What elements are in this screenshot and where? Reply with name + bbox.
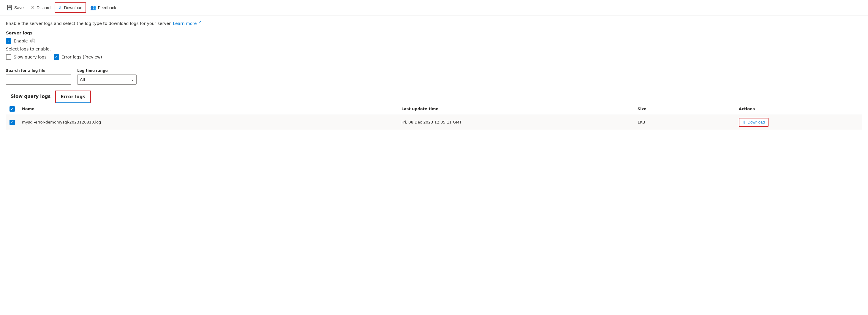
server-logs-title: Server logs <box>6 31 862 35</box>
table-body: ✓ mysql-error-demomysql-2023120810.log F… <box>6 115 862 130</box>
error-logs-checkbox[interactable]: ✓ <box>54 54 59 60</box>
tab-slow-query-logs[interactable]: Slow query logs <box>6 91 55 103</box>
log-type-row: Slow query logs ✓ Error logs (Preview) <box>6 54 862 63</box>
header-select-all[interactable]: ✓ <box>6 103 19 115</box>
toolbar: 💾 Save ✕ Discard ⇩ Download 👥 Feedback <box>0 0 868 15</box>
save-button[interactable]: 💾 Save <box>4 3 27 12</box>
feedback-icon: 👥 <box>90 5 96 10</box>
tab-error-logs[interactable]: Error logs <box>55 91 91 103</box>
row-download-button[interactable]: ⇩ Download <box>739 118 769 127</box>
header-actions: Actions <box>735 103 862 115</box>
search-label: Search for a log file <box>6 69 71 73</box>
learn-more-link[interactable]: Learn more ↗ <box>173 21 202 26</box>
select-logs-label: Select logs to enable. <box>6 46 862 51</box>
download-toolbar-button[interactable]: ⇩ Download <box>55 2 86 13</box>
filter-row: Search for a log file Log time range All… <box>6 69 862 85</box>
discard-icon: ✕ <box>31 5 35 10</box>
discard-label: Discard <box>36 5 51 10</box>
row-last-update: Fri, 08 Dec 2023 12:35:11 GMT <box>398 115 634 130</box>
search-input[interactable] <box>6 74 71 85</box>
enable-checkbox[interactable]: ✓ <box>6 38 11 44</box>
slow-query-checkbox-row: Slow query logs <box>6 54 46 60</box>
tab-error-logs-label: Error logs <box>61 94 85 99</box>
time-range-dropdown[interactable]: All ⌄ <box>77 74 136 85</box>
download-toolbar-label: Download <box>64 5 82 10</box>
enable-checkmark: ✓ <box>7 39 10 43</box>
tab-slow-query-logs-label: Slow query logs <box>11 94 51 99</box>
feedback-button[interactable]: 👥 Feedback <box>87 3 119 12</box>
row-download-icon: ⇩ <box>742 120 746 125</box>
search-filter-group: Search for a log file <box>6 69 71 85</box>
info-description: Enable the server logs and select the lo… <box>6 20 862 26</box>
row-checkbox-cell[interactable]: ✓ <box>6 115 19 130</box>
download-toolbar-icon: ⇩ <box>58 5 62 10</box>
select-all-checkmark: ✓ <box>11 107 14 111</box>
main-content: Enable the server logs and select the lo… <box>0 15 868 135</box>
slow-query-label: Slow query logs <box>14 55 46 59</box>
chevron-down-icon: ⌄ <box>131 77 134 82</box>
table-header: ✓ Name Last update time Size Actions <box>6 103 862 115</box>
log-table: ✓ Name Last update time Size Actions ✓ m… <box>6 103 862 130</box>
error-logs-checkbox-row: ✓ Error logs (Preview) <box>54 54 102 60</box>
select-all-checkbox[interactable]: ✓ <box>9 106 15 112</box>
row-download-label: Download <box>748 120 765 124</box>
tabs-row: Slow query logs Error logs <box>6 91 862 103</box>
row-actions-cell: ⇩ Download <box>735 115 862 130</box>
header-last-update: Last update time <box>398 103 634 115</box>
slow-query-checkbox[interactable] <box>6 54 11 60</box>
table-row: ✓ mysql-error-demomysql-2023120810.log F… <box>6 115 862 130</box>
row-checkbox[interactable]: ✓ <box>9 120 15 125</box>
time-range-value: All <box>80 77 85 82</box>
row-size: 1KB <box>634 115 735 130</box>
header-size: Size <box>634 103 735 115</box>
external-link-icon: ↗ <box>199 20 202 24</box>
discard-button[interactable]: ✕ Discard <box>28 3 54 12</box>
time-range-label: Log time range <box>77 69 136 73</box>
time-range-filter-group: Log time range All ⌄ <box>77 69 136 85</box>
enable-label: Enable <box>14 39 28 43</box>
header-name: Name <box>19 103 398 115</box>
save-label: Save <box>14 5 24 10</box>
enable-checkbox-row: ✓ Enable ⓘ <box>6 38 862 44</box>
save-icon: 💾 <box>6 5 12 10</box>
feedback-label: Feedback <box>98 5 116 10</box>
row-checkmark: ✓ <box>11 121 14 124</box>
enable-info-icon[interactable]: ⓘ <box>30 39 35 43</box>
error-logs-label: Error logs (Preview) <box>61 55 102 59</box>
row-name: mysql-error-demomysql-2023120810.log <box>19 115 398 130</box>
error-logs-checkmark: ✓ <box>55 55 58 59</box>
